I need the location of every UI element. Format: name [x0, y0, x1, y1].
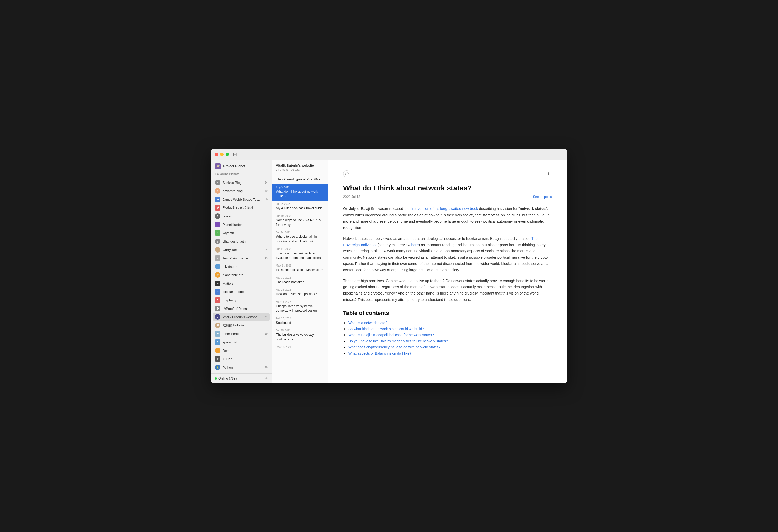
sovereign-individual-link[interactable]: The Sovereign Individual	[343, 236, 538, 247]
sidebar-item-planetable-eth[interactable]: 🪐planetable.eth	[213, 271, 269, 279]
badge-sukkas-blog: 24	[263, 181, 267, 184]
article-item-zk-evms[interactable]: The different types of ZK-EVMs	[272, 175, 328, 184]
article-item-bitcoin-maximalism[interactable]: May 24, 2022In Defense of Bitcoin Maxima…	[272, 262, 328, 275]
sidebar-item-name-demo: Demo	[223, 349, 267, 353]
sidebar-item-coa-eth[interactable]: Ccoa.eth	[213, 212, 269, 220]
sidebar-item-name-vitalik: Vitalik Buterin's website	[223, 315, 261, 319]
sidebar-item-garry-tan[interactable]: GGarry Tan4	[213, 246, 269, 254]
article-title-network-states: What do I think about network states?	[276, 189, 324, 199]
sidebar-item-demo[interactable]: DDemo	[213, 347, 269, 355]
article-date-blockchain-non-financial: Jun 14, 2022	[276, 231, 324, 234]
sidebar-item-name-coa-eth: coa.eth	[223, 214, 267, 218]
article-date-bitcoin-maximalism: May 24, 2022	[276, 264, 324, 267]
sidebar-item-name-inner-peace: Inner Peace	[223, 332, 261, 336]
project-planet-icon: 🪐	[215, 163, 221, 169]
sidebar-item-name-yihandesign: yihandesign.eth	[223, 239, 267, 243]
online-label: Online (763)	[218, 376, 237, 380]
sidebar-item-daiming-bulletin[interactable]: 戴戴铭的 bulletin	[213, 321, 269, 329]
article-title-backpack: My 40-liter backpack travel guide	[276, 206, 324, 211]
sidebar-item-kayf-eth[interactable]: Kkayf.eth	[213, 229, 269, 237]
article-list-meta: 74 unread · 91 total	[276, 168, 324, 171]
close-button[interactable]	[215, 153, 218, 156]
avatar-sparanoid: S	[215, 339, 221, 345]
article-item-bulldozer[interactable]: Jan 25, 2022The bulldozer vs vetocracy p…	[272, 327, 328, 344]
sidebar-item-name-hayamis-blog: hayami's blog	[223, 189, 261, 193]
sidebar-list: SSukka's Blog24hhayami's blog49JWJames W…	[211, 178, 271, 373]
sidebar-item-fledgeshiu[interactable]: F的FledgeShiu 的垃圾堆	[213, 204, 269, 212]
article-date-line: 2022 Jul 13 See all posts	[343, 195, 552, 199]
sidebar-item-yi-han[interactable]: ΨYi Han	[213, 355, 269, 363]
article-item-stablecoins[interactable]: Jun 11, 2022Two thought experiments to e…	[272, 246, 328, 262]
article-item-network-states[interactable]: Aug 3, 2022What do I think about network…	[272, 184, 328, 201]
book-link[interactable]: the first version of his long-awaited ne…	[404, 207, 478, 211]
toc-link-4[interactable]: What does cryptocurrency have to do with…	[348, 345, 441, 349]
toc-item-1: So what kinds of network states could we…	[348, 326, 552, 331]
toc-link-1[interactable]: So what kinds of network states could we…	[348, 327, 424, 331]
article-list-body: The different types of ZK-EVMsAug 3, 202…	[272, 173, 328, 383]
share-icon[interactable]: ⬆	[545, 170, 552, 177]
article-item-blockchain-non-financial[interactable]: Jun 14, 2022Where to use a blockchain in…	[272, 229, 328, 246]
sidebar-item-sparanoid[interactable]: Ssparanoid	[213, 338, 269, 346]
review-link[interactable]: here	[411, 243, 419, 247]
article-item-encapsulated-vs-systemic[interactable]: Mar 13, 2022Encapsulated vs systemic com…	[272, 299, 328, 315]
badge-test-plain-theme: 49	[263, 256, 267, 259]
article-title-zk-evms: The different types of ZK-EVMs	[276, 177, 324, 182]
sidebar-item-yihandesign[interactable]: yyihandesign.eth	[213, 237, 269, 245]
avatar-yihandesign: y	[215, 238, 221, 244]
sidebar-header: 🪐 Project Planet Following Planets	[211, 160, 271, 178]
sidebar-item-olivida-eth[interactable]: Oolivida.eth	[213, 262, 269, 271]
avatar-matters: M	[215, 281, 221, 286]
toc-link-5[interactable]: What aspects of Balaji's vision do I lik…	[348, 351, 411, 355]
toc-item-4: What does cryptocurrency have to do with…	[348, 345, 552, 350]
sidebar-item-proof-of-release[interactable]: ㉾㉾Proof of Release	[213, 304, 269, 313]
article-item-soulbound[interactable]: Feb 27, 2022Soulbound	[272, 315, 328, 327]
badge-python: 99	[263, 366, 267, 369]
see-all-posts-link[interactable]: See all posts	[533, 195, 552, 199]
toc-link-2[interactable]: What is Balaji's megapolitical case for …	[348, 333, 434, 337]
maximize-button[interactable]	[226, 153, 229, 156]
badge-james-webb: 9	[263, 198, 267, 201]
sidebar-item-planet-hunter[interactable]: PPlanetHunter	[213, 220, 269, 229]
following-planets-label: Following Planets	[215, 172, 267, 175]
sidebar-item-james-webb[interactable]: JWJames Webb Space Tel...9	[213, 195, 269, 203]
article-date-backpack: Jul 12, 2022	[276, 203, 324, 206]
article-item-trusted-setups[interactable]: Mar 28, 2022How do trusted setups work?	[272, 286, 328, 299]
article-item-roads-not-taken[interactable]: Mar 31, 2022The roads not taken	[272, 275, 328, 287]
sidebar-item-name-planetable-eth: planetable.eth	[223, 273, 267, 277]
sidebar-item-epiphany[interactable]: EEpiphany	[213, 296, 269, 304]
article-title-trusted-setups: How do trusted setups work?	[276, 292, 324, 297]
article-date-soulbound: Feb 27, 2022	[276, 317, 324, 320]
article-date-zk-snarks: Jun 19, 2022	[276, 215, 324, 217]
add-button[interactable]: +	[265, 376, 267, 381]
sidebar-item-jolestars-nodes[interactable]: JNjolestar's nodes	[213, 288, 269, 296]
article-item-zk-snarks[interactable]: Jun 19, 2022Some ways to use ZK-SNARKs f…	[272, 213, 328, 229]
sidebar-item-test-plain-theme[interactable]: ≡Test Plain Theme49	[213, 254, 269, 262]
avatar-fledgeshiu: F的	[215, 205, 221, 211]
avatar-garry-tan: G	[215, 247, 221, 252]
avatar-vitalik: V	[215, 314, 221, 320]
toc-link-0[interactable]: What is a network state?	[348, 321, 387, 325]
article-item-backpack[interactable]: Jul 12, 2022My 40-liter backpack travel …	[272, 201, 328, 213]
article-date-stablecoins: Jun 11, 2022	[276, 248, 324, 250]
sidebar-item-hayamis-blog[interactable]: hhayami's blog49	[213, 187, 269, 195]
article-title-bitcoin-maximalism: In Defense of Bitcoin Maximalism	[276, 268, 324, 273]
article-list-header: Vitalik Buterin's website 74 unread · 91…	[272, 160, 328, 173]
sidebar-item-name-olivida-eth: olivida.eth	[223, 265, 267, 269]
sidebar-toggle-icon[interactable]: ⊟	[233, 152, 237, 157]
article-title-encapsulated-vs-systemic: Encapsulated vs systemic complexity in p…	[276, 304, 324, 313]
sidebar-item-vitalik[interactable]: VVitalik Buterin's website74	[213, 313, 269, 321]
article-para-2: Network states can be viewed as an attem…	[343, 235, 552, 273]
toc-list: What is a network state?So what kinds of…	[343, 320, 552, 356]
info-icon[interactable]: ⓘ	[343, 170, 350, 177]
project-planet-item[interactable]: 🪐 Project Planet	[215, 163, 267, 169]
sidebar-item-yihanphotos[interactable]: yyihanphotos.eth33	[213, 372, 269, 373]
toc-link-3[interactable]: Do you have to like Balaji's megapolitic…	[348, 339, 448, 343]
article-content: ⓘ ⬆ What do I think about network states…	[328, 160, 567, 383]
article-title-soulbound: Soulbound	[276, 321, 324, 325]
sidebar-item-inner-peace[interactable]: ☯Inner Peace19	[213, 330, 269, 338]
sidebar-item-matters[interactable]: MMatters	[213, 279, 269, 287]
minimize-button[interactable]	[220, 153, 224, 156]
sidebar-item-sukkas-blog[interactable]: SSukka's Blog24	[213, 178, 269, 186]
article-item-dec-2021[interactable]: Dec 18, 2021	[272, 344, 328, 351]
sidebar-item-python[interactable]: 🐍Python99	[213, 363, 269, 371]
